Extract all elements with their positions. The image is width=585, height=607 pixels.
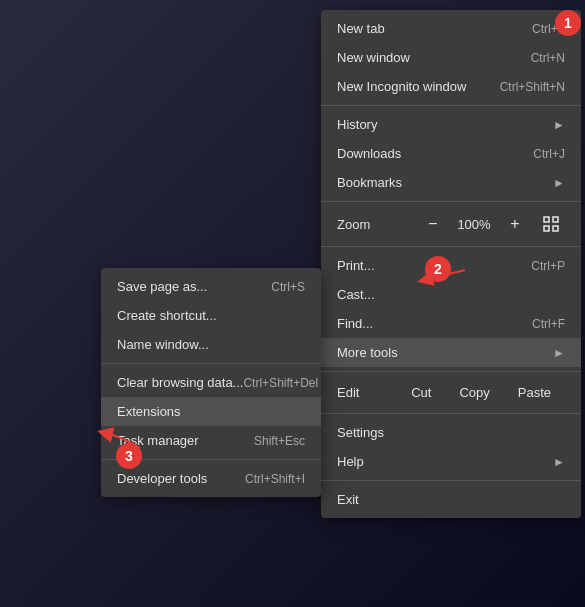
svg-rect-1 (553, 217, 558, 222)
menu-item-print[interactable]: Print... Ctrl+P (321, 251, 581, 280)
print-shortcut: Ctrl+P (531, 259, 565, 273)
copy-button[interactable]: Copy (445, 380, 503, 405)
divider-5 (321, 413, 581, 414)
edit-row: Edit Cut Copy Paste (321, 376, 581, 409)
help-arrow: ► (553, 455, 565, 469)
new-window-label: New window (337, 50, 410, 65)
submenu-item-clear-browsing[interactable]: Clear browsing data... Ctrl+Shift+Del (101, 368, 321, 397)
submenu-item-developer-tools[interactable]: Developer tools Ctrl+Shift+I (101, 464, 321, 493)
chrome-menu: New tab Ctrl+T New window Ctrl+N New Inc… (321, 10, 581, 518)
divider-6 (321, 480, 581, 481)
cast-label: Cast... (337, 287, 375, 302)
developer-tools-shortcut: Ctrl+Shift+I (245, 472, 305, 486)
menu-item-new-incognito[interactable]: New Incognito window Ctrl+Shift+N (321, 72, 581, 101)
task-manager-shortcut: Shift+Esc (254, 434, 305, 448)
more-tools-submenu: Save page as... Ctrl+S Create shortcut..… (101, 268, 321, 497)
new-incognito-shortcut: Ctrl+Shift+N (500, 80, 565, 94)
more-tools-label: More tools (337, 345, 398, 360)
save-page-shortcut: Ctrl+S (271, 280, 305, 294)
print-label: Print... (337, 258, 375, 273)
menu-item-settings[interactable]: Settings (321, 418, 581, 447)
submenu-item-save-page[interactable]: Save page as... Ctrl+S (101, 272, 321, 301)
zoom-in-button[interactable]: + (501, 210, 529, 238)
menu-item-bookmarks[interactable]: Bookmarks ► (321, 168, 581, 197)
menu-item-new-window[interactable]: New window Ctrl+N (321, 43, 581, 72)
menu-item-cast[interactable]: Cast... (321, 280, 581, 309)
submenu-item-extensions[interactable]: Extensions (101, 397, 321, 426)
downloads-label: Downloads (337, 146, 401, 161)
svg-rect-0 (544, 217, 549, 222)
zoom-row: Zoom − 100% + (321, 206, 581, 242)
new-window-shortcut: Ctrl+N (531, 51, 565, 65)
find-label: Find... (337, 316, 373, 331)
developer-tools-label: Developer tools (117, 471, 207, 486)
clear-browsing-shortcut: Ctrl+Shift+Del (243, 376, 318, 390)
settings-label: Settings (337, 425, 384, 440)
new-incognito-label: New Incognito window (337, 79, 466, 94)
divider-4 (321, 371, 581, 372)
name-window-label: Name window... (117, 337, 209, 352)
menu-item-downloads[interactable]: Downloads Ctrl+J (321, 139, 581, 168)
history-arrow: ► (553, 118, 565, 132)
svg-rect-3 (553, 226, 558, 231)
clear-browsing-label: Clear browsing data... (117, 375, 243, 390)
submenu-item-create-shortcut[interactable]: Create shortcut... (101, 301, 321, 330)
task-manager-label: Task manager (117, 433, 199, 448)
find-shortcut: Ctrl+F (532, 317, 565, 331)
divider-3 (321, 246, 581, 247)
help-label: Help (337, 454, 364, 469)
menu-item-history[interactable]: History ► (321, 110, 581, 139)
submenu-item-task-manager[interactable]: Task manager Shift+Esc (101, 426, 321, 455)
downloads-shortcut: Ctrl+J (533, 147, 565, 161)
bookmarks-arrow: ► (553, 176, 565, 190)
more-tools-arrow: ► (553, 346, 565, 360)
menu-item-find[interactable]: Find... Ctrl+F (321, 309, 581, 338)
zoom-out-button[interactable]: − (419, 210, 447, 238)
edit-label: Edit (337, 385, 397, 400)
sub-divider-1 (101, 363, 321, 364)
new-tab-shortcut: Ctrl+T (532, 22, 565, 36)
svg-rect-2 (544, 226, 549, 231)
new-tab-label: New tab (337, 21, 385, 36)
paste-button[interactable]: Paste (504, 380, 565, 405)
zoom-label: Zoom (337, 217, 411, 232)
history-label: History (337, 117, 377, 132)
menu-item-more-tools[interactable]: More tools ► (321, 338, 581, 367)
exit-label: Exit (337, 492, 359, 507)
sub-divider-2 (101, 459, 321, 460)
cut-button[interactable]: Cut (397, 380, 445, 405)
menu-item-new-tab[interactable]: New tab Ctrl+T (321, 14, 581, 43)
save-page-label: Save page as... (117, 279, 207, 294)
zoom-value: 100% (455, 217, 493, 232)
zoom-fullscreen-button[interactable] (537, 210, 565, 238)
create-shortcut-label: Create shortcut... (117, 308, 217, 323)
submenu-item-name-window[interactable]: Name window... (101, 330, 321, 359)
divider-1 (321, 105, 581, 106)
extensions-label: Extensions (117, 404, 181, 419)
divider-2 (321, 201, 581, 202)
menu-item-help[interactable]: Help ► (321, 447, 581, 476)
menu-item-exit[interactable]: Exit (321, 485, 581, 514)
bookmarks-label: Bookmarks (337, 175, 402, 190)
